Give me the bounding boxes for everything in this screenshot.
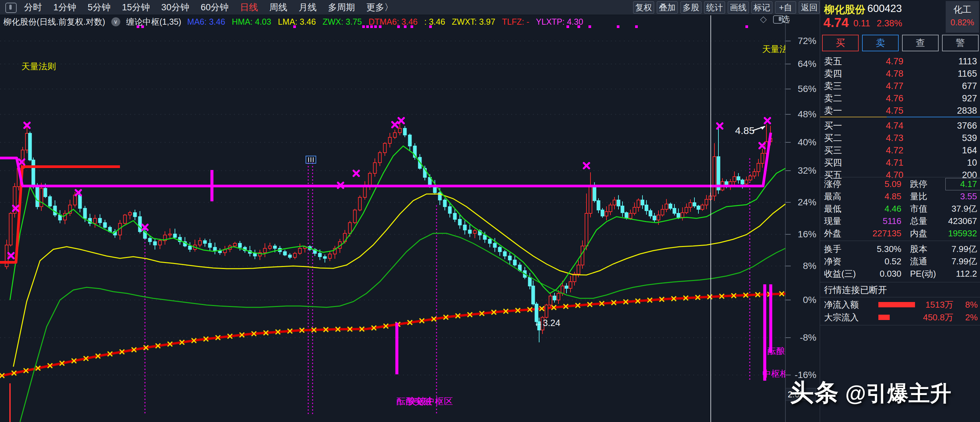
trade-button-买[interactable]: 买	[822, 35, 859, 51]
bid-row-1[interactable]: 买一4.743766	[820, 119, 980, 132]
stat-label: 股本	[901, 243, 945, 255]
book-price: 4.72	[860, 144, 904, 157]
stat-value: 227135	[861, 227, 901, 240]
study-name[interactable]: 缠论中枢(1,35)	[126, 16, 181, 27]
book-volume: 164	[962, 144, 977, 157]
svg-text:48%: 48%	[798, 109, 816, 119]
industry-badge[interactable]: 化工 0.82%	[946, 1, 979, 33]
svg-text:40%: 40%	[798, 137, 816, 147]
stat-value: 0.52	[861, 255, 901, 268]
stat-row: 净资0.52流通7.99亿	[820, 255, 980, 268]
bid-row-4[interactable]: 买四4.7110	[820, 157, 980, 169]
svg-text:8%: 8%	[803, 261, 816, 271]
flow-bar	[878, 302, 915, 307]
diamond-marker-icon[interactable]: ◇	[760, 14, 767, 24]
indicator-value-9: YLXTP: 4.30	[536, 17, 583, 27]
book-level-label: 买四	[824, 157, 842, 169]
indicator-value-3: LMA: 3.46	[278, 17, 316, 27]
stat-label: 外盘	[820, 227, 861, 240]
book-volume: 1165	[958, 68, 977, 80]
book-level-label: 卖三	[824, 80, 842, 92]
stat-label: 净资	[820, 255, 861, 268]
stat-label: 最高	[820, 190, 861, 203]
book-price: 4.76	[860, 92, 904, 105]
chart-title: 柳化股份(日线.前复权.对数)	[3, 16, 105, 27]
stat-label: 最低	[820, 203, 861, 215]
flow-bar	[878, 315, 890, 320]
ask-row-3[interactable]: 卖三4.77677	[820, 80, 980, 92]
stat-value: 195932	[945, 227, 980, 240]
book-level-label: 买二	[824, 132, 842, 144]
svg-text:64%: 64%	[798, 59, 816, 69]
bid-row-3[interactable]: 买三4.72164	[820, 144, 980, 157]
panel-toggle-icon[interactable]	[773, 15, 783, 24]
indicator-value-2: HMA: 4.03	[232, 17, 271, 27]
flow-label: 净流入额	[824, 298, 859, 311]
trade-button-查[interactable]: 查	[902, 35, 939, 51]
indicator-values: MA6: 3.46HMA: 4.03LMA: 3.46ZWX: 3.75DTMA…	[187, 17, 583, 27]
quote-panel: 柳化股份 600423 4.74 0.11 2.38% 化工 0.82% 买卖查…	[820, 0, 980, 422]
stat-value: 5.30%	[861, 243, 901, 255]
low-price-annotation: ←3.24	[534, 318, 560, 328]
book-separator-space	[820, 117, 980, 119]
stat-value: 7.99亿	[945, 255, 980, 268]
svg-text:56%: 56%	[798, 84, 816, 94]
book-level-label: 卖二	[824, 92, 842, 105]
book-price: 4.78	[860, 68, 904, 80]
order-book: 卖五4.791113卖四4.781165卖三4.77677卖二4.76927卖一…	[820, 55, 980, 182]
ask-row-2[interactable]: 卖二4.76927	[820, 92, 980, 105]
book-price: 4.75	[860, 105, 904, 117]
svg-text:-16%: -16%	[795, 369, 816, 380]
stat-label: 流通	[901, 255, 945, 268]
indicator-value-7: ZWXT: 3.97	[452, 17, 495, 27]
trade-button-警[interactable]: 警	[942, 35, 978, 51]
book-volume: 677	[962, 80, 977, 92]
stat-value: 4.46	[861, 203, 901, 215]
flow-row-1: 净流入额1513万8%	[820, 298, 980, 311]
stat-label: 量比	[901, 190, 945, 203]
svg-text:-8%: -8%	[800, 332, 816, 343]
book-price: 4.71	[860, 157, 904, 169]
stat-row: 最高4.85量比3.55	[820, 190, 980, 203]
book-level-label: 买一	[824, 119, 842, 132]
indicator-value-4: ZWX: 3.75	[323, 17, 362, 27]
high-price-annotation: 4.85	[735, 125, 765, 136]
main-chart[interactable]: 72%64%56%48%40%32%24%16%8%0%-8%-16%4.85←…	[0, 0, 820, 422]
svg-text:16%: 16%	[798, 229, 816, 239]
stat-label: 市值	[901, 203, 945, 215]
stat-label: 收益(三)	[820, 268, 861, 280]
bid-row-2[interactable]: 买二4.73539	[820, 132, 980, 144]
stat-label: PE(动)	[901, 268, 945, 280]
book-volume: 10	[967, 157, 977, 169]
stat-label: 现量	[820, 215, 861, 227]
indicator-value-6: : 3.46	[424, 17, 445, 27]
indicator-value-8: TLFZ: -	[502, 17, 529, 27]
book-level-label: 卖四	[824, 68, 842, 80]
flow-value: 450.8万	[913, 311, 953, 324]
flow-pct: 2%	[965, 311, 978, 324]
book-price: 4.73	[860, 132, 904, 144]
ask-row-4[interactable]: 卖四4.781165	[820, 68, 980, 80]
trade-button-卖[interactable]: 卖	[862, 35, 899, 51]
stat-value: 112.2	[945, 268, 980, 280]
svg-text:0%: 0%	[803, 295, 816, 305]
order-book-separator	[820, 117, 980, 117]
ask-row-1[interactable]: 卖一4.752838	[820, 105, 980, 117]
ask-row-5[interactable]: 卖五4.791113	[820, 55, 980, 68]
stock-name[interactable]: 柳化股份	[824, 3, 865, 17]
svg-text:32%: 32%	[798, 165, 816, 176]
stat-label: 跌停	[901, 178, 945, 190]
flow-pct: 8%	[965, 298, 978, 311]
book-price: 4.79	[860, 55, 904, 68]
book-volume: 539	[962, 132, 977, 144]
book-volume: 1113	[958, 55, 977, 68]
book-level-label: 买三	[824, 144, 842, 157]
chevron-down-icon[interactable]: ∨	[111, 18, 120, 26]
stat-label: 换手	[820, 243, 861, 255]
flow-label: 大宗流入	[824, 311, 859, 324]
svg-text:72%: 72%	[798, 36, 816, 46]
price-change: 0.11	[853, 18, 870, 29]
trading-terminal: 分时1分钟5分钟15分钟30分钟60分钟日线周线月线多周期更多〉 复权叠加多股统…	[0, 0, 980, 422]
stat-row: 换手5.30%股本7.99亿	[820, 243, 980, 255]
indicator-bar: 柳化股份(日线.前复权.对数) ∨ 缠论中枢(1,35) MA6: 3.46HM…	[3, 17, 583, 27]
